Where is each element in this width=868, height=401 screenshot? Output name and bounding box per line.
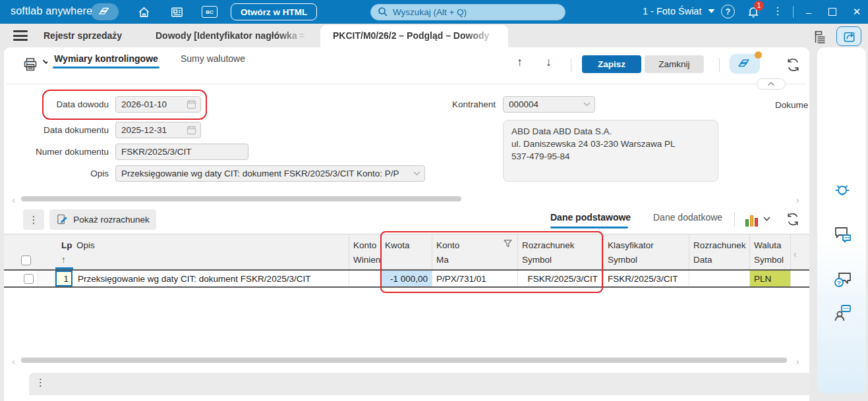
- kontrahent-address-box: ABD Data ABD Data S.A. ul. Daniszewska 2…: [503, 120, 718, 182]
- view-tab-dane-dodatkowe[interactable]: Dane dodatkowe: [653, 212, 722, 223]
- sort-ascending-icon: ↑: [61, 255, 66, 265]
- bottom-tab-sumy-walutowe[interactable]: Sumy walutowe: [170, 47, 256, 70]
- scroll-left-arrow[interactable]: ‹: [12, 358, 15, 365]
- tab-dowody[interactable]: Dowody [Identyfikator nagłówka = 160: [156, 24, 312, 47]
- cell-lp[interactable]: 1: [55, 271, 72, 286]
- ideas-button[interactable]: [833, 182, 852, 200]
- column-label: Rozrachunek: [693, 238, 745, 253]
- horizontal-scrollbar-thumb[interactable]: [21, 196, 461, 201]
- data-dowodu-field[interactable]: [115, 96, 201, 113]
- menu-button[interactable]: [13, 30, 28, 41]
- cell-konto-winien[interactable]: [349, 271, 381, 286]
- filter-icon[interactable]: [504, 240, 512, 248]
- scroll-left-arrow[interactable]: ‹: [12, 197, 15, 203]
- scroll-right-arrow[interactable]: ›: [796, 197, 799, 203]
- numer-dokumentu-field[interactable]: [115, 144, 248, 160]
- cell-klasyfikator-symbol[interactable]: FSKR/2025/3/CIT: [604, 271, 689, 286]
- field-label-numer-dokumentu: Numer dokumentu: [4, 147, 109, 157]
- table-row[interactable]: 1 Przeksięgowanie wg daty CIT: dokument …: [4, 269, 809, 288]
- column-header-opis[interactable]: Opis: [72, 234, 349, 269]
- column-header-waluta-symbol[interactable]: Waluta Symbol: [750, 234, 791, 269]
- minimize-button[interactable]: –: [800, 4, 817, 20]
- chevron-down-icon: [583, 102, 591, 107]
- cell-rozrachunek-data[interactable]: [689, 271, 750, 286]
- horizontal-scrollbar-thumb[interactable]: [21, 358, 787, 363]
- column-header-lp[interactable]: Lp ↑: [55, 234, 72, 269]
- global-search[interactable]: [370, 4, 565, 20]
- column-label: Kwota: [385, 238, 428, 253]
- column-label: Waluta: [754, 238, 786, 253]
- view-tab-underline: [550, 227, 628, 228]
- numer-dokumentu-input[interactable]: [121, 147, 243, 157]
- column-header-kwota[interactable]: Kwota: [381, 234, 432, 269]
- cell-opis[interactable]: Przeksięgowanie wg daty CIT: dokument FS…: [72, 271, 349, 286]
- cell-kwota[interactable]: -1 000,00: [381, 271, 432, 286]
- tab-rejestr-sprzedazy[interactable]: Rejestr sprzedaży: [43, 24, 122, 47]
- data-dowodu-input[interactable]: [121, 99, 195, 109]
- field-label-dokument-truncated: Dokume: [775, 100, 809, 110]
- column-header-klasyfikator-symbol[interactable]: Klasyfikator Symbol: [604, 234, 689, 269]
- printer-icon: [22, 57, 38, 72]
- chat-button[interactable]: [833, 225, 852, 244]
- topbar-divider: [793, 6, 794, 18]
- collapse-header-button[interactable]: [757, 78, 786, 90]
- grid-menu-button[interactable]: ⋮: [23, 209, 44, 230]
- share-button[interactable]: [836, 26, 861, 46]
- news-button[interactable]: [169, 5, 184, 19]
- select-all-checkbox[interactable]: [21, 255, 31, 265]
- company-selector[interactable]: 1 - Foto Świat: [643, 6, 715, 16]
- contact-support-button[interactable]: [833, 303, 852, 321]
- maximize-button[interactable]: [824, 4, 841, 20]
- cell-konto-ma[interactable]: P/PX/731/01: [432, 271, 518, 286]
- bottom-tab-wymiary[interactable]: Wymiary kontrolingowe: [47, 47, 165, 70]
- column-label: Konto: [436, 238, 513, 253]
- data-dokumentu-input[interactable]: [121, 125, 195, 135]
- home-button[interactable]: [136, 5, 151, 19]
- home-icon: [137, 5, 151, 19]
- close-button[interactable]: ✕: [848, 4, 865, 20]
- more-options-button[interactable]: ⋮: [772, 5, 783, 19]
- chevron-down-icon: [708, 9, 715, 14]
- panel-layout-button[interactable]: [813, 30, 827, 44]
- show-settlement-button[interactable]: Pokaż rozrachunek: [49, 209, 156, 230]
- svg-text:?: ?: [837, 280, 841, 286]
- document-tab-strip: Rejestr sprzedaży Dowody [Identyfikator …: [0, 24, 868, 47]
- column-header-rozrachunek-symbol[interactable]: Rozrachunek Symbol: [518, 234, 604, 269]
- workspace-switcher-button[interactable]: [91, 3, 119, 20]
- data-dokumentu-field[interactable]: [115, 122, 201, 138]
- column-label: Konto: [353, 238, 376, 253]
- cell-waluta-symbol[interactable]: PLN: [750, 271, 791, 286]
- chevron-down-icon: [763, 217, 770, 221]
- person-chat-icon: [833, 303, 852, 323]
- grid-refresh-button[interactable]: [784, 211, 801, 228]
- chart-menu-button[interactable]: [763, 217, 770, 221]
- close-document-button[interactable]: Zamknij: [645, 55, 704, 73]
- bc-button[interactable]: BC: [202, 6, 217, 18]
- navigate-down-button[interactable]: ↓: [546, 55, 552, 69]
- collapse-columns-arrow[interactable]: ‹: [794, 249, 797, 259]
- cell-rozrachunek-symbol[interactable]: FSKR/2025/3/CIT: [518, 271, 604, 286]
- column-label: Lp: [61, 240, 72, 250]
- chart-view-button[interactable]: [745, 213, 761, 227]
- opis-select[interactable]: Przeksięgowanie wg daty CIT: dokument FS…: [115, 165, 425, 182]
- open-in-html-button[interactable]: Otwórz w HTML: [231, 3, 317, 20]
- refresh-button[interactable]: [784, 56, 801, 73]
- navigate-up-button[interactable]: ↑: [517, 55, 523, 69]
- column-header-konto-winien[interactable]: Konto Winien: [349, 234, 381, 269]
- search-input[interactable]: [393, 7, 558, 17]
- field-label-data-dokumentu: Data dokumentu: [4, 125, 109, 135]
- column-label: Opis: [76, 238, 345, 253]
- view-tab-dane-podstawowe[interactable]: Dane podstawowe: [550, 212, 631, 223]
- print-button[interactable]: [21, 55, 40, 74]
- document-pen-icon: [56, 213, 69, 226]
- kontrahent-select[interactable]: 000004: [503, 96, 595, 113]
- tab-pkcit-active[interactable]: PKCIT/M0/26/2 – Podgląd – Dowody: [333, 24, 503, 47]
- column-header-konto-ma[interactable]: Konto Ma: [432, 234, 518, 269]
- help-button[interactable]: ?: [721, 5, 735, 18]
- save-button[interactable]: Zapisz: [582, 55, 641, 73]
- bottom-tabs-menu-button[interactable]: ⋮: [36, 377, 45, 388]
- row-checkbox[interactable]: [20, 271, 38, 286]
- scroll-right-arrow[interactable]: ›: [796, 358, 799, 365]
- column-header-rozrachunek-data[interactable]: Rozrachunek Data: [689, 234, 750, 269]
- help-chat-button[interactable]: ?: [833, 271, 852, 290]
